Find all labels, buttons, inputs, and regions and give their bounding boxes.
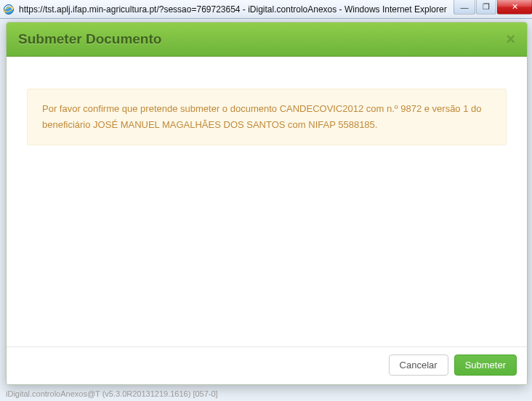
submit-button[interactable]: Submeter — [454, 355, 517, 376]
browser-title: https://tst.aplj.ifap.min-agricultura.pt… — [19, 4, 447, 15]
confirmation-alert: Por favor confirme que pretende submeter… — [27, 89, 507, 145]
window-controls: — ❐ ✕ — [453, 0, 532, 15]
window-close-button[interactable]: ✕ — [497, 0, 532, 15]
window-maximize-button[interactable]: ❐ — [476, 0, 496, 15]
browser-titlebar: https://tst.aplj.ifap.min-agricultura.pt… — [0, 0, 532, 19]
page-background: Submeter Documento × Por favor confirme … — [0, 19, 532, 401]
close-icon[interactable]: × — [506, 31, 515, 47]
cancel-button[interactable]: Cancelar — [389, 355, 448, 376]
modal-body: Por favor confirme que pretende submeter… — [7, 57, 527, 347]
modal-title: Submeter Documento — [18, 31, 161, 47]
window-minimize-button[interactable]: — — [454, 0, 475, 15]
modal-header: Submeter Documento × — [7, 23, 527, 57]
submit-document-modal: Submeter Documento × Por favor confirme … — [6, 22, 528, 385]
modal-footer: Cancelar Submeter — [7, 347, 527, 384]
page-footer-status: iDigital.controloAnexos@T (v5.3.0R201312… — [6, 389, 218, 398]
ie-icon — [3, 4, 15, 15]
